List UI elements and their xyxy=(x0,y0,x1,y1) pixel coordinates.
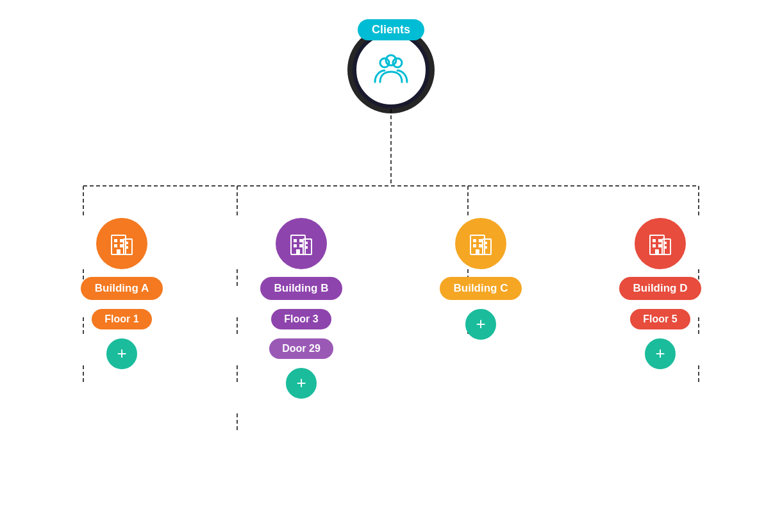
svg-rect-23 xyxy=(120,239,123,242)
svg-rect-26 xyxy=(117,249,121,254)
root-label: Clients xyxy=(358,19,424,40)
building-a-col: Building A Floor 1 + xyxy=(58,218,186,369)
svg-rect-40 xyxy=(473,239,476,242)
svg-rect-55 xyxy=(664,242,667,244)
svg-rect-41 xyxy=(479,239,482,242)
add-icon: + xyxy=(476,315,485,332)
svg-rect-43 xyxy=(479,244,482,247)
svg-rect-53 xyxy=(655,249,659,254)
svg-rect-38 xyxy=(305,246,308,249)
building-b-add-button[interactable]: + xyxy=(286,368,317,399)
building-c-add-button[interactable]: + xyxy=(465,309,496,340)
building-d-label[interactable]: Building D xyxy=(619,277,702,300)
buildings-area: Building A Floor 1 + xyxy=(0,218,782,399)
building-c-label[interactable]: Building C xyxy=(440,277,522,300)
building-icon xyxy=(288,230,315,257)
svg-rect-31 xyxy=(294,239,297,242)
building-icon xyxy=(647,230,674,257)
building-a-add-button[interactable]: + xyxy=(106,338,137,369)
building-a-icon[interactable] xyxy=(96,218,147,269)
svg-rect-47 xyxy=(485,246,487,249)
floor-5-label[interactable]: Floor 5 xyxy=(630,309,690,329)
svg-rect-52 xyxy=(658,244,661,247)
building-icon xyxy=(467,230,494,257)
svg-rect-42 xyxy=(473,244,476,247)
svg-rect-51 xyxy=(653,244,656,247)
building-d-add-button[interactable]: + xyxy=(645,338,676,369)
svg-rect-24 xyxy=(114,244,117,247)
svg-rect-44 xyxy=(476,249,479,254)
svg-rect-50 xyxy=(658,239,661,242)
add-icon: + xyxy=(117,345,126,362)
building-b-icon[interactable] xyxy=(276,218,327,269)
building-b-label[interactable]: Building B xyxy=(260,277,343,300)
svg-rect-25 xyxy=(120,244,123,247)
diagram-container: Clients xyxy=(0,0,782,532)
add-icon: + xyxy=(655,345,665,362)
building-a-label[interactable]: Building A xyxy=(81,277,163,300)
svg-rect-29 xyxy=(126,246,128,249)
building-c-icon[interactable] xyxy=(455,218,506,269)
root-node: Clients xyxy=(353,19,429,108)
svg-rect-46 xyxy=(485,242,487,244)
svg-rect-35 xyxy=(296,249,300,254)
svg-rect-56 xyxy=(664,246,667,249)
svg-rect-34 xyxy=(299,244,303,247)
building-b-col: Building B Floor 3 Door 29 + xyxy=(237,218,365,399)
svg-rect-22 xyxy=(114,239,117,242)
building-c-col: Building C + xyxy=(417,218,545,340)
clients-icon xyxy=(372,51,410,89)
root-circle xyxy=(353,31,429,108)
svg-rect-33 xyxy=(294,244,297,247)
svg-rect-32 xyxy=(299,239,303,242)
add-icon: + xyxy=(296,374,306,391)
building-d-col: Building D Floor 5 + xyxy=(596,218,724,369)
svg-point-18 xyxy=(380,58,389,67)
svg-rect-37 xyxy=(305,242,308,244)
floor-3-label[interactable]: Floor 3 xyxy=(271,309,331,329)
svg-rect-49 xyxy=(653,239,656,242)
floor-1-label[interactable]: Floor 1 xyxy=(92,309,151,329)
door-29-label[interactable]: Door 29 xyxy=(269,338,333,359)
building-d-icon[interactable] xyxy=(635,218,686,269)
building-icon xyxy=(108,230,135,257)
svg-rect-28 xyxy=(126,242,128,244)
svg-point-19 xyxy=(393,58,402,67)
